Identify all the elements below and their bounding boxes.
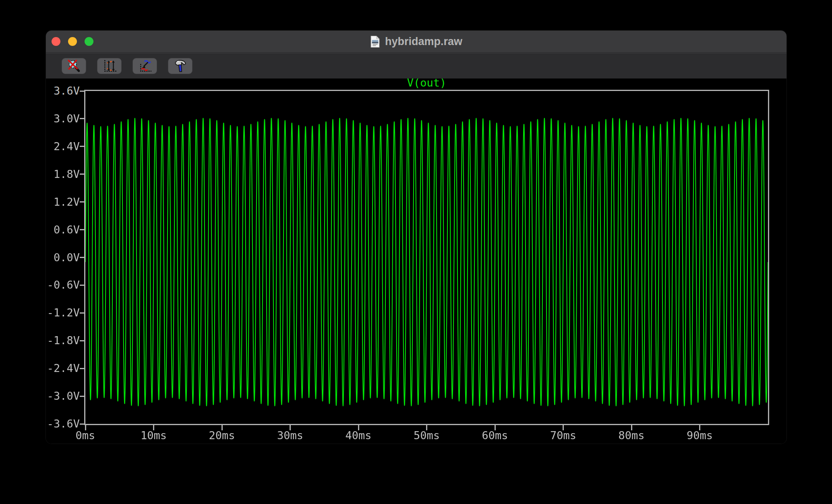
x-tick-label: 80ms — [618, 430, 644, 441]
y-tick-label: 1.2V — [46, 196, 80, 208]
plot-pane: V(out) 3.6V3.0V2.4V1.8V1.2V0.6V0.0V-0.6V… — [46, 79, 786, 444]
y-tick-mark — [80, 201, 85, 202]
y-tick-label: 3.6V — [46, 85, 80, 97]
axes-vertical-arrows-icon — [101, 59, 118, 73]
plot-title[interactable]: V(out) — [84, 77, 769, 89]
y-tick-label: -2.4V — [46, 363, 80, 374]
window-title: hybridamp.raw — [385, 35, 462, 48]
toolbar — [46, 53, 786, 78]
y-tick-mark — [80, 146, 85, 147]
title-group: hybridamp.raw — [370, 35, 462, 48]
tools-button[interactable] — [168, 58, 192, 74]
y-tick-label: 3.0V — [46, 113, 80, 124]
y-tick-mark — [80, 396, 85, 397]
magnifier-crossed-icon — [66, 59, 82, 73]
y-tick-label: 2.4V — [46, 141, 80, 152]
waveform-canvas[interactable] — [85, 91, 768, 424]
y-tick-mark — [80, 423, 85, 425]
x-tick-label: 20ms — [209, 430, 235, 441]
traffic-lights — [52, 31, 93, 52]
y-tick-label: -1.8V — [46, 335, 80, 346]
x-tick-label: 90ms — [687, 430, 713, 441]
x-tick-label: 50ms — [414, 430, 440, 441]
zoom-back-button[interactable] — [132, 58, 157, 74]
x-tick-label: 40ms — [345, 430, 371, 441]
plot-frame — [84, 90, 769, 425]
y-tick-mark — [80, 340, 85, 341]
y-tick-label: -3.6V — [46, 418, 80, 430]
y-tick-mark — [80, 312, 85, 314]
y-tick-mark — [80, 91, 85, 92]
y-tick-mark — [80, 285, 85, 286]
y-tick-mark — [80, 118, 85, 119]
y-tick-mark — [80, 257, 85, 258]
autorange-y-button[interactable] — [97, 58, 122, 74]
x-tick-label: 0ms — [76, 430, 95, 441]
document-icon — [370, 35, 380, 48]
y-tick-mark — [80, 174, 85, 175]
close-button[interactable] — [52, 37, 60, 46]
y-tick-label: 0.0V — [46, 252, 80, 263]
y-tick-label: -0.6V — [46, 279, 80, 291]
x-tick-label: 70ms — [550, 430, 576, 441]
y-tick-mark — [80, 368, 85, 369]
x-tick-label: 10ms — [141, 430, 167, 441]
y-tick-mark — [80, 229, 85, 230]
arrow-to-plot-icon — [137, 59, 153, 73]
y-tick-label: -3.0V — [46, 390, 80, 402]
x-tick-label: 30ms — [277, 430, 303, 441]
zoom-off-button[interactable] — [62, 58, 86, 74]
x-tick-label: 60ms — [482, 430, 508, 441]
titlebar[interactable]: hybridamp.raw — [46, 31, 786, 53]
y-tick-label: -1.2V — [46, 307, 80, 318]
minimize-button[interactable] — [68, 37, 77, 46]
y-tick-label: 0.6V — [46, 224, 80, 235]
y-tick-label: 1.8V — [46, 169, 80, 180]
zoom-button[interactable] — [85, 37, 93, 46]
waveform-viewer-window: hybridamp.raw — [46, 31, 786, 444]
hammer-icon — [172, 59, 188, 73]
